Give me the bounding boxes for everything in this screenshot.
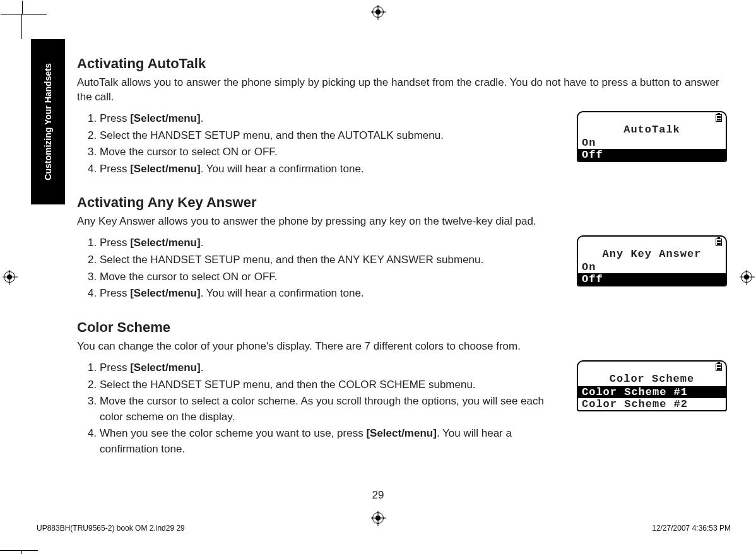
lcd-color: Color Scheme Color Scheme #1 Color Schem… — [577, 360, 727, 411]
step: Select the HANDSET SETUP menu, and then … — [100, 128, 564, 144]
step: Press [Select/menu]. You will hear a con… — [100, 162, 564, 177]
section-tab: Customizing Your Handsets — [31, 39, 65, 204]
step: When you see the color scheme you want t… — [100, 426, 564, 457]
step: Move the cursor to select a color scheme… — [100, 394, 564, 425]
battery-icon — [716, 363, 722, 371]
step: Move the cursor to select ON or OFF. — [100, 269, 564, 285]
steps-anykey: Press [Select/menu]. Select the HANDSET … — [77, 235, 564, 303]
lcd-anykey: Any Key Answer On Off — [577, 235, 727, 286]
lcd-option: Color Scheme #2 — [578, 398, 726, 410]
heading-anykey: Activating Any Key Answer — [77, 194, 727, 211]
lcd-option: On — [578, 261, 726, 273]
battery-icon — [716, 239, 722, 246]
lcd-option-selected: Color Scheme #1 — [578, 386, 726, 398]
steps-autotalk: Press [Select/menu]. Select the HANDSET … — [77, 111, 564, 179]
lcd-option-selected: Off — [578, 149, 726, 161]
crop-mark — [21, 14, 47, 39]
step: Press [Select/menu]. — [100, 360, 564, 376]
heading-color: Color Scheme — [77, 319, 727, 336]
lcd-autotalk: AutoTalk On Off — [577, 111, 727, 162]
page-content: Activating AutoTalk AutoTalk allows you … — [77, 56, 727, 475]
page-number: 29 — [372, 489, 384, 502]
registration-mark-icon — [741, 271, 752, 283]
registration-mark-icon — [4, 271, 15, 283]
print-footer: UP883BH(TRU9565-2) book OM 2.ind29 29 12… — [37, 524, 731, 533]
steps-color: Press [Select/menu]. Select the HANDSET … — [77, 360, 564, 459]
section-tab-label: Customizing Your Handsets — [43, 63, 53, 180]
step: Move the cursor to select ON or OFF. — [100, 144, 564, 160]
step: Press [Select/menu]. — [100, 111, 564, 127]
heading-autotalk: Activating AutoTalk — [77, 56, 727, 72]
lcd-option: On — [578, 137, 726, 149]
lcd-option-selected: Off — [578, 273, 726, 285]
footer-right: 12/27/2007 4:36:53 PM — [652, 524, 731, 533]
lcd-title: AutoTalk — [578, 124, 726, 137]
footer-left: UP883BH(TRU9565-2) book OM 2.ind29 29 — [37, 524, 185, 533]
lead-autotalk: AutoTalk allows you to answer the phone … — [77, 76, 727, 105]
step: Press [Select/menu]. You will hear a con… — [100, 286, 564, 302]
lead-anykey: Any Key Answer allows you to answer the … — [77, 215, 727, 229]
step: Press [Select/menu]. — [100, 235, 564, 251]
lcd-title: Any Key Answer — [578, 248, 726, 261]
battery-icon — [716, 114, 722, 122]
lcd-title: Color Scheme — [578, 373, 726, 386]
step: Select the HANDSET SETUP menu, and then … — [100, 252, 564, 268]
registration-mark-icon — [372, 512, 384, 524]
registration-mark-icon — [372, 6, 384, 18]
lead-color: You can change the color of your phone's… — [77, 339, 727, 354]
step: Select the HANDSET SETUP menu, and then … — [100, 377, 564, 393]
